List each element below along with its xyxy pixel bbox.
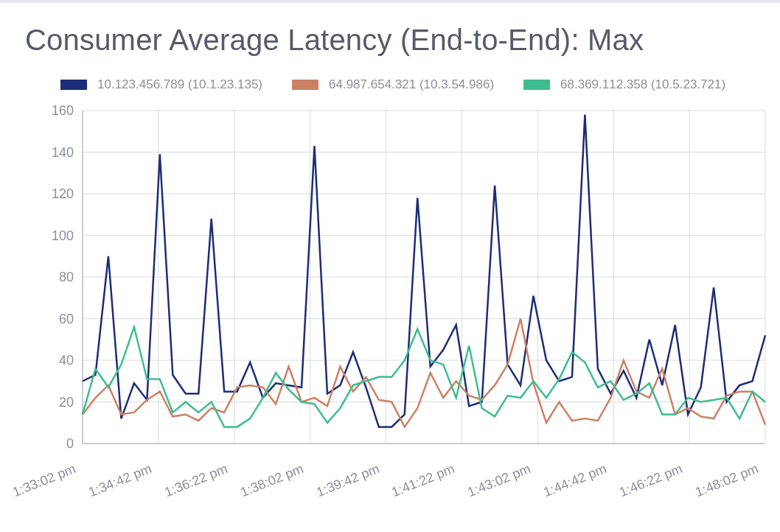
legend-item[interactable]: 64.987.654.321 (10.3.54.986) bbox=[292, 77, 494, 92]
legend-swatch bbox=[292, 80, 318, 90]
y-tick-label: 80 bbox=[0, 270, 74, 285]
legend-swatch bbox=[60, 80, 87, 90]
legend-label: 64.987.654.321 (10.3.54.986) bbox=[329, 77, 494, 92]
legend-item[interactable]: 68.369.112.358 (10.5.23.721) bbox=[523, 77, 725, 92]
plot-svg bbox=[0, 102, 780, 514]
chart-title: Consumer Average Latency (End-to-End): M… bbox=[25, 24, 780, 57]
legend-label: 10.123.456.789 (10.1.23.135) bbox=[97, 77, 262, 92]
y-tick-label: 120 bbox=[0, 186, 74, 202]
y-tick-label: 140 bbox=[0, 144, 74, 160]
y-tick-label: 160 bbox=[0, 103, 74, 119]
series-line bbox=[83, 327, 765, 427]
legend-swatch bbox=[523, 80, 550, 90]
legend: 10.123.456.789 (10.1.23.135)64.987.654.3… bbox=[60, 77, 780, 92]
legend-label: 68.369.112.358 (10.5.23.721) bbox=[560, 77, 725, 92]
y-tick-label: 20 bbox=[0, 394, 74, 410]
y-tick-label: 40 bbox=[0, 353, 74, 368]
legend-item[interactable]: 10.123.456.789 (10.1.23.135) bbox=[60, 77, 262, 92]
y-tick-label: 100 bbox=[0, 228, 74, 243]
chart-panel: Consumer Average Latency (End-to-End): M… bbox=[0, 0, 780, 532]
y-tick-label: 0 bbox=[0, 436, 74, 452]
series-line bbox=[83, 319, 765, 427]
series-line bbox=[83, 115, 765, 427]
y-tick-label: 60 bbox=[0, 311, 74, 326]
chart-canvas: 020406080100120140160 1:33:02 pm1:34:42 … bbox=[0, 102, 780, 514]
